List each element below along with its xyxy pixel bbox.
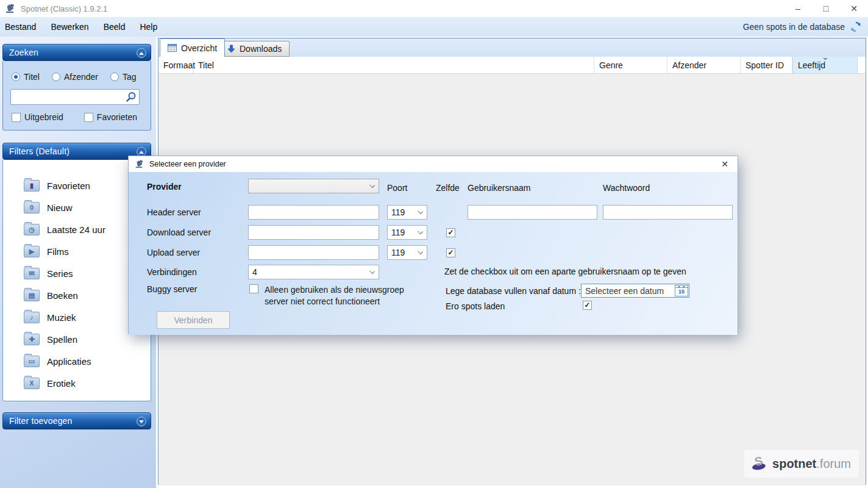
radio-tag[interactable]: [110, 73, 119, 81]
maximize-button[interactable]: □: [812, 0, 840, 17]
wachtwoord-label: Wachtwoord: [603, 183, 650, 193]
server-address-field[interactable]: [248, 225, 379, 240]
poort-label: Poort: [387, 183, 407, 193]
favorieten-label: Favorieten: [97, 112, 137, 122]
radio-afzender[interactable]: [52, 73, 60, 81]
provider-label: Provider: [147, 182, 182, 192]
application-window: Spotnet (Classic) 1.9.2.1 – □ ✕ Bestand …: [0, 0, 868, 488]
column-titel[interactable]: Titel: [193, 57, 594, 73]
new-folder-icon: 0: [24, 202, 40, 214]
menu-bewerken[interactable]: Bewerken: [43, 17, 96, 37]
menu-bar: Bestand Bewerken Beeld Help Geen spots i…: [0, 17, 868, 37]
ero-spots-label: Ero spots laden: [446, 301, 505, 311]
menu-help[interactable]: Help: [132, 17, 165, 37]
chevron-down-icon: [369, 268, 375, 274]
x-folder-icon: X: [24, 378, 40, 389]
zelfde-label: Zelfde: [436, 183, 460, 193]
server-address-field[interactable]: [248, 245, 379, 260]
port-dropdown[interactable]: 119: [387, 205, 427, 220]
tab-strip: Overzicht Downloads: [158, 38, 866, 57]
clock-folder-icon: ◷: [24, 224, 40, 235]
favorieten-checkbox[interactable]: [84, 113, 93, 122]
search-input[interactable]: [13, 91, 123, 103]
collapse-chevron-icon[interactable]: [137, 48, 146, 58]
add-filter-title: Filter toevoegen: [3, 416, 73, 426]
logo-brand-text: spotnet: [772, 457, 816, 470]
column-genre[interactable]: Genre: [594, 57, 667, 73]
zelfde-checkbox[interactable]: [446, 228, 455, 237]
window-title: Spotnet (Classic) 1.9.2.1: [21, 4, 107, 13]
menu-bestand[interactable]: Bestand: [0, 17, 43, 37]
server-rows: Header server 119 Download server 119 Up…: [147, 205, 488, 265]
apps-folder-icon: ▭: [24, 356, 40, 367]
uitgebreid-label: Uitgebreid: [24, 112, 63, 122]
server-row: Upload server 119: [147, 245, 488, 260]
zelfde-hint-text: Zet de checkbox uit om een aparte gebrui…: [444, 267, 686, 276]
film-folder-icon: ▶: [24, 246, 40, 257]
port-dropdown[interactable]: 119: [387, 225, 427, 240]
provider-dropdown[interactable]: [248, 179, 379, 193]
bookmark-folder-icon: ▮: [24, 180, 40, 192]
expand-chevron-icon[interactable]: [137, 417, 146, 426]
wachtwoord-field[interactable]: [603, 205, 733, 220]
dialog-close-icon[interactable]: ✕: [718, 157, 731, 171]
port-dropdown[interactable]: 119: [387, 245, 427, 260]
tab-downloads[interactable]: Downloads: [219, 41, 290, 57]
buggy-server-label: Buggy server: [147, 284, 249, 294]
column-leeftijd[interactable]: Leeftijd: [792, 57, 858, 73]
radio-titel-label: Titel: [24, 72, 40, 82]
column-formaat[interactable]: Formaat: [158, 57, 193, 73]
calendar-icon[interactable]: 15: [675, 285, 688, 296]
chevron-down-icon: [369, 182, 375, 188]
spotnet-app-icon: [135, 160, 144, 168]
date-picker-field[interactable]: Selecteer een datum 15: [581, 284, 689, 298]
provider-dialog: Selecteer een provider ✕ Provider Poort …: [128, 156, 738, 334]
spotnet-forum-logo: S spotnet.forum: [744, 449, 859, 478]
tab-downloads-label: Downloads: [240, 44, 282, 54]
zoeken-body: Titel Afzender Tag: [2, 61, 151, 131]
verbindingen-dropdown[interactable]: 4: [248, 265, 379, 279]
zoeken-panel: Zoeken Titel Afzender Tag: [2, 44, 151, 131]
server-address-field[interactable]: [248, 205, 379, 220]
database-status-text: Geen spots in de database: [743, 17, 845, 37]
spotnet-app-icon: [5, 4, 16, 13]
search-icon[interactable]: [126, 92, 137, 102]
minimize-button[interactable]: –: [784, 0, 812, 17]
add-filter-header[interactable]: Filter toevoegen: [2, 412, 151, 429]
uitgebreid-checkbox[interactable]: [12, 113, 21, 122]
refresh-icon[interactable]: [850, 21, 862, 33]
table-header: Formaat Titel Genre Afzender Spotter ID …: [158, 57, 866, 74]
grid-icon: [168, 44, 177, 52]
chevron-down-icon: [418, 249, 423, 254]
verbinden-button[interactable]: Verbinden: [157, 311, 230, 329]
music-folder-icon: ♪: [24, 312, 40, 323]
tab-overzicht-label: Overzicht: [181, 43, 217, 53]
buggy-server-checkbox[interactable]: [249, 284, 258, 293]
zelfde-checkbox[interactable]: [446, 248, 455, 257]
verbindingen-label: Verbindingen: [147, 267, 248, 277]
download-arrow-icon: [227, 45, 235, 53]
tab-overzicht[interactable]: Overzicht: [160, 38, 225, 57]
ero-spots-checkbox[interactable]: [583, 301, 592, 310]
close-button[interactable]: ✕: [840, 0, 868, 17]
chat-folder-icon: ✉: [24, 268, 40, 279]
column-spotter-id[interactable]: Spotter ID: [741, 57, 792, 73]
search-box: [10, 89, 140, 105]
radio-titel[interactable]: [12, 73, 20, 81]
add-filter-panel: Filter toevoegen: [2, 412, 151, 429]
date-placeholder: Selecteer een datum: [582, 286, 675, 296]
chevron-down-icon: [418, 229, 423, 234]
column-afzender[interactable]: Afzender: [667, 57, 741, 73]
spotnet-forum-icon: S: [752, 457, 768, 470]
sort-descending-icon: [823, 58, 828, 60]
zoeken-panel-header[interactable]: Zoeken: [2, 44, 151, 61]
title-bar: Spotnet (Classic) 1.9.2.1 – □ ✕: [0, 0, 868, 17]
filter-list-item[interactable]: ▭ Applicaties: [3, 350, 151, 372]
menu-beeld[interactable]: Beeld: [96, 17, 133, 37]
buggy-server-description: Alleen gebruiken als de nieuwsgroep serv…: [265, 284, 423, 307]
radio-tag-label: Tag: [123, 72, 137, 82]
filters-title: Filters (Default): [3, 146, 69, 156]
dialog-body: Provider Poort Zelfde Gebruikersnaam Wac…: [129, 172, 738, 335]
zoeken-title: Zoeken: [3, 48, 38, 57]
filter-list-item[interactable]: X Erotiek: [3, 372, 151, 394]
